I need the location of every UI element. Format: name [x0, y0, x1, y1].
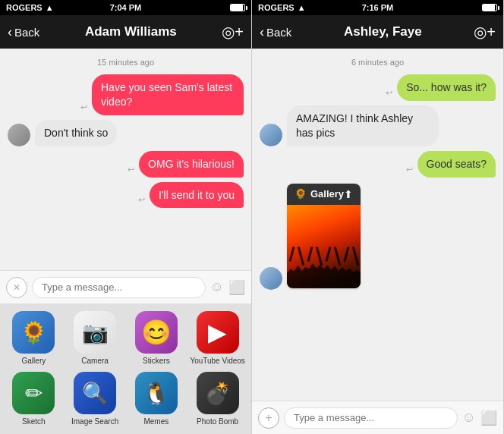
arm: [334, 247, 341, 266]
forward-icon: ↩: [80, 102, 87, 112]
add-button-right[interactable]: +: [258, 407, 279, 429]
send-button-left[interactable]: ⬜: [228, 279, 245, 296]
status-bar-left: ROGERS ▲ 7:04 PM: [0, 0, 251, 15]
memes-icon-box: 🐧: [135, 372, 178, 414]
back-arrow-left: ‹: [8, 24, 12, 40]
forward-icon: ↩: [386, 88, 392, 98]
gallery-card-icon: 🌻: [295, 188, 307, 200]
app-photobomb[interactable]: 💣 Photo Bomb: [190, 372, 245, 426]
gallery-icon: 🌻: [20, 320, 47, 345]
nav-bar-left: ‹ Back Adam Williams ◎+: [0, 15, 251, 49]
app-drawer: 🌻 Gallery 📷 Camera 😊 Stickers ▶ YouTube …: [0, 303, 251, 434]
arms-group: [287, 247, 361, 266]
arm: [298, 247, 304, 266]
back-button-left[interactable]: ‹ Back: [8, 24, 39, 40]
left-panel: ROGERS ▲ 7:04 PM ‹ Back Adam Williams ◎+…: [0, 0, 252, 434]
message-input-left[interactable]: [32, 277, 206, 298]
bubble-received-right: AMAZING! I think Ashley has pics: [287, 105, 439, 146]
arm: [352, 247, 359, 266]
avatar-right: [260, 124, 282, 146]
message-input-right[interactable]: [284, 407, 458, 429]
gallery-label: Gallery: [22, 357, 46, 366]
message-row: AMAZING! I think Ashley has pics: [260, 105, 496, 146]
back-arrow-right: ‹: [260, 24, 264, 40]
camera-label: Camera: [81, 357, 109, 366]
send-button-right[interactable]: ⬜: [480, 410, 497, 426]
forward-icon: ↩: [128, 165, 134, 175]
status-bar-right: ROGERS ▲ 7:16 PM: [252, 0, 503, 15]
timestamp-left: 15 minutes ago: [8, 58, 244, 67]
app-memes[interactable]: 🐧 Memes: [129, 372, 184, 426]
wifi-icon-right: ▲: [298, 3, 306, 12]
arm: [326, 247, 332, 262]
memes-icon: 🐧: [143, 381, 169, 406]
back-label-left: Back: [14, 26, 39, 39]
app-youtube[interactable]: ▶ YouTube Videos: [190, 311, 245, 366]
right-panel: ROGERS ▲ 7:16 PM ‹ Back Ashley, Faye ◎+ …: [252, 0, 504, 434]
arm: [316, 247, 323, 266]
add-icon-right: +: [265, 411, 272, 425]
message-row: Don't think so: [8, 120, 244, 146]
stickers-icon: 😊: [141, 318, 172, 347]
nav-title-left: Adam Williams: [85, 24, 177, 39]
nav-bar-right: ‹ Back Ashley, Faye ◎+: [252, 15, 503, 49]
gallery-card-title-text: Gallery: [310, 188, 344, 200]
carrier-right: ROGERS: [258, 3, 295, 12]
carrier-wifi-right: ROGERS ▲: [258, 3, 306, 12]
camera-icon-box: 📷: [74, 311, 116, 354]
sketch-label: Sketch: [22, 417, 46, 426]
gallery-card[interactable]: 🌻 Gallery ⬆: [287, 184, 361, 288]
app-gallery[interactable]: 🌻 Gallery: [6, 311, 61, 366]
avatar-img-right: [260, 124, 282, 146]
battery-area-right: [482, 4, 497, 11]
back-label-right: Back: [266, 26, 291, 39]
message-row: ↩ I'll send it to you: [8, 182, 244, 209]
bubble-sent: OMG it's hilarious!: [139, 151, 244, 178]
emoji-button-right[interactable]: ☺: [462, 410, 476, 426]
gallery-card-header: 🌻 Gallery ⬆: [287, 184, 361, 205]
app-sketch[interactable]: ✏ Sketch: [6, 372, 61, 426]
battery-area-left: [230, 4, 245, 11]
bubble-green: So... how was it?: [397, 74, 496, 101]
message-row: ↩ Have you seen Sam's latest video?: [8, 74, 244, 115]
sketch-icon: ✏: [25, 381, 43, 406]
gallery-share-icon[interactable]: ⬆: [344, 188, 353, 200]
bubble-sent: Have you seen Sam's latest video?: [92, 74, 244, 115]
message-row: ↩ So... how was it?: [260, 74, 496, 101]
gallery-card-image: [287, 205, 361, 288]
stickers-label: Stickers: [143, 357, 170, 366]
sketch-icon-box: ✏: [12, 372, 55, 414]
back-button-right[interactable]: ‹ Back: [260, 24, 291, 40]
arm: [344, 247, 350, 262]
carrier-left: ROGERS: [6, 3, 43, 12]
input-bar-left: ✕ ☺ ⬜: [0, 270, 251, 303]
message-row: ↩ OMG it's hilarious!: [8, 151, 244, 178]
image-search-icon: 🔍: [82, 381, 109, 406]
app-camera[interactable]: 📷 Camera: [68, 311, 123, 366]
photobomb-icon: 💣: [204, 381, 231, 406]
arm: [307, 247, 313, 262]
app-stickers[interactable]: 😊 Stickers: [129, 311, 184, 366]
photobomb-label: Photo Bomb: [197, 417, 238, 426]
timestamp-right: 6 minutes ago: [260, 58, 496, 67]
chat-area-right: 6 minutes ago ↩ So... how was it? AMAZIN…: [252, 49, 503, 401]
input-bar-right: + ☺ ⬜: [252, 401, 503, 434]
image-search-label: Image Search: [71, 417, 118, 426]
camera-icon: 📷: [82, 320, 109, 345]
avatar-right-2: [260, 267, 282, 290]
arm: [288, 247, 295, 262]
stickers-icon-box: 😊: [135, 311, 178, 354]
nav-title-right: Ashley, Faye: [344, 24, 422, 39]
youtube-icon: ▶: [208, 318, 227, 347]
clear-button[interactable]: ✕: [6, 277, 27, 298]
forward-icon: ↩: [406, 165, 413, 175]
clear-icon: ✕: [13, 282, 20, 293]
nav-icon-left[interactable]: ◎+: [222, 23, 244, 41]
nav-icon-right[interactable]: ◎+: [474, 23, 496, 41]
image-search-icon-box: 🔍: [74, 372, 116, 414]
gallery-card-title: 🌻 Gallery: [295, 188, 344, 200]
bubble-received: Don't think so: [35, 120, 117, 146]
emoji-button-left[interactable]: ☺: [210, 279, 224, 295]
chat-area-left: 15 minutes ago ↩ Have you seen Sam's lat…: [0, 49, 251, 270]
app-image-search[interactable]: 🔍 Image Search: [68, 372, 123, 426]
